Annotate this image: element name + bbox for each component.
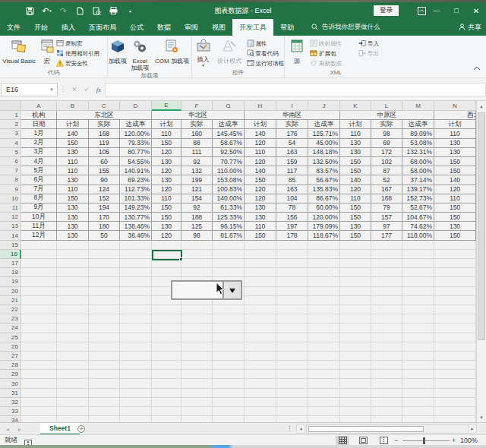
cell[interactable]: 140	[245, 166, 276, 175]
cell[interactable]	[308, 277, 340, 286]
cell[interactable]: 111	[181, 148, 213, 157]
cell[interactable]	[213, 305, 245, 314]
cell[interactable]: 130	[57, 231, 89, 240]
cell[interactable]	[308, 333, 340, 342]
cell[interactable]	[21, 305, 57, 314]
cell[interactable]	[340, 314, 371, 323]
cell[interactable]	[371, 296, 402, 305]
cell[interactable]: 150	[245, 231, 276, 240]
cell[interactable]: 140	[340, 175, 371, 185]
cell[interactable]: 139.17%	[402, 185, 434, 194]
cell[interactable]	[213, 323, 245, 333]
cell[interactable]: 124	[89, 185, 120, 194]
cell[interactable]	[21, 268, 57, 277]
cell[interactable]	[371, 416, 402, 422]
cell[interactable]: 70.77%	[213, 157, 245, 166]
sub-header[interactable]: 实际	[89, 120, 120, 129]
cell[interactable]	[21, 314, 57, 323]
cell[interactable]	[152, 333, 181, 342]
cell[interactable]: 194	[89, 203, 120, 213]
row-header-24[interactable]: 24	[0, 323, 21, 333]
cell[interactable]: 150	[434, 213, 476, 222]
cell[interactable]	[402, 416, 434, 422]
cell[interactable]: 172	[371, 148, 402, 157]
cell[interactable]	[340, 268, 371, 277]
cell[interactable]: 9月	[21, 203, 57, 213]
sub-header[interactable]: 计划	[152, 120, 181, 129]
cell[interactable]: 125	[181, 222, 213, 231]
cell[interactable]: 83.57%	[308, 166, 340, 175]
cell[interactable]: 121	[181, 185, 213, 194]
cell[interactable]: 101.33%	[120, 194, 152, 203]
cell[interactable]	[57, 389, 89, 398]
cell[interactable]: 140	[245, 129, 276, 138]
cell[interactable]: 3月	[21, 148, 57, 157]
cell[interactable]	[371, 370, 402, 379]
cell[interactable]	[371, 323, 402, 333]
cell[interactable]	[21, 352, 57, 361]
cell[interactable]	[434, 241, 476, 250]
cell[interactable]	[152, 379, 181, 388]
cell[interactable]: 168	[371, 194, 402, 203]
cell[interactable]: 145.45%	[213, 129, 245, 138]
cell[interactable]	[308, 268, 340, 277]
cell[interactable]: 132.50%	[308, 157, 340, 166]
cell[interactable]: 110	[434, 194, 476, 203]
cell[interactable]	[181, 407, 213, 416]
cell[interactable]: 150	[152, 139, 181, 148]
cell[interactable]: 1月	[21, 129, 57, 138]
cell[interactable]	[213, 342, 245, 352]
column-header-G[interactable]: G	[213, 101, 245, 111]
tell-me-search[interactable]: 告诉我你想要做什么	[301, 19, 380, 36]
cell[interactable]	[57, 287, 89, 296]
cell[interactable]	[152, 407, 181, 416]
cell[interactable]	[245, 305, 276, 314]
cell[interactable]: 160	[181, 129, 213, 138]
cell[interactable]: 80.77%	[120, 148, 152, 157]
cell[interactable]	[213, 314, 245, 323]
row-header-11[interactable]: 11	[0, 203, 21, 213]
fill-handle[interactable]	[179, 257, 183, 261]
cell[interactable]: 61.33%	[213, 203, 245, 213]
cell[interactable]	[371, 361, 402, 370]
cell[interactable]	[21, 277, 57, 286]
cell[interactable]	[402, 287, 434, 296]
cell[interactable]	[89, 241, 120, 250]
cell[interactable]: 132.31%	[402, 148, 434, 157]
cell[interactable]: 163	[276, 148, 308, 157]
column-header-K[interactable]: K	[340, 101, 371, 111]
region-header[interactable]: 华南区	[245, 111, 340, 120]
cell[interactable]: 86.67%	[308, 194, 340, 203]
cell-A2[interactable]: 日期	[21, 120, 57, 129]
cell[interactable]	[276, 416, 308, 422]
cell[interactable]	[276, 259, 308, 268]
row-header-26[interactable]: 26	[0, 342, 21, 352]
cell[interactable]	[340, 296, 371, 305]
column-header-J[interactable]: J	[308, 101, 340, 111]
cell[interactable]: 92.50%	[213, 148, 245, 157]
cell[interactable]: 12月	[21, 231, 57, 240]
cell[interactable]: 150	[57, 194, 89, 203]
cell[interactable]	[276, 333, 308, 342]
cell[interactable]	[89, 416, 120, 422]
cell[interactable]: 130	[245, 213, 276, 222]
tab-scroll-splitter[interactable]: ⋮	[286, 424, 293, 432]
cell[interactable]	[152, 416, 181, 422]
cell[interactable]: 156	[276, 213, 308, 222]
cell[interactable]	[57, 277, 89, 286]
cell[interactable]: 150	[57, 139, 89, 148]
cell[interactable]	[89, 314, 120, 323]
cell[interactable]	[402, 323, 434, 333]
cell[interactable]: 159	[276, 157, 308, 166]
cell[interactable]: 150	[245, 175, 276, 185]
cell[interactable]	[245, 416, 276, 422]
row-header-31[interactable]: 31	[0, 389, 21, 398]
tab-开始[interactable]: 开始	[27, 19, 55, 36]
tab-审阅[interactable]: 审阅	[178, 19, 205, 36]
cell[interactable]: 149.23%	[120, 203, 152, 213]
cell[interactable]: 199	[181, 175, 213, 185]
cell[interactable]: 58.67%	[213, 139, 245, 148]
cell[interactable]: 150	[434, 157, 476, 166]
cell[interactable]: 104	[276, 194, 308, 203]
cell[interactable]	[213, 352, 245, 361]
